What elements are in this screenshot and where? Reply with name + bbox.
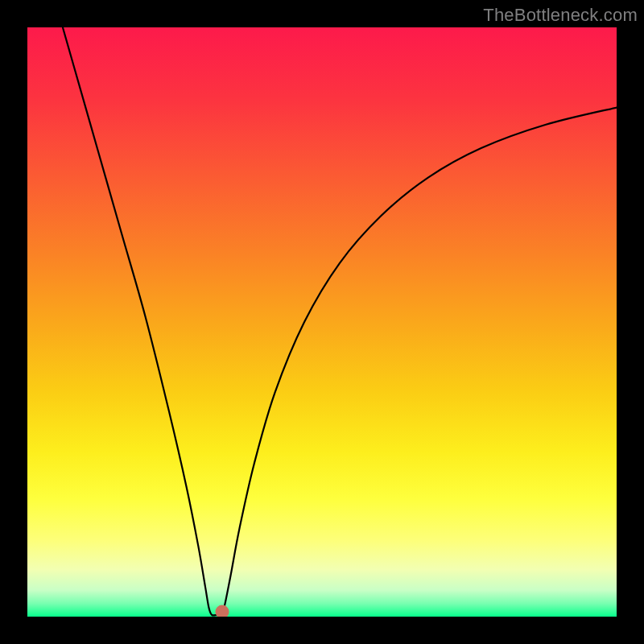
bottleneck-curve — [27, 27, 617, 617]
watermark-text: TheBottleneck.com — [483, 5, 638, 26]
optimal-point-marker — [215, 605, 229, 617]
plot-frame — [27, 27, 617, 617]
